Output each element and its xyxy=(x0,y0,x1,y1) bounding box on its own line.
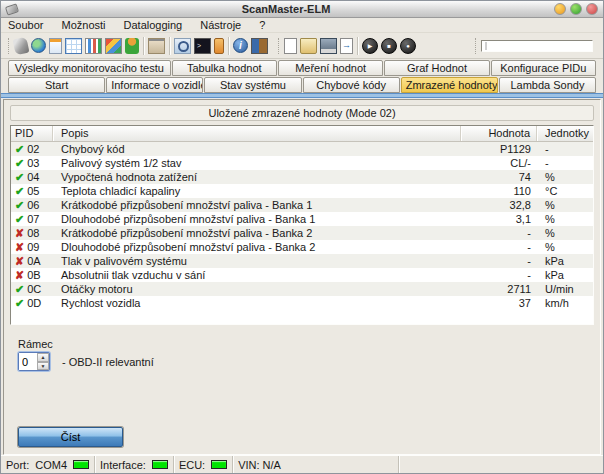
table-row[interactable]: ✔ 05 Teplota chladicí kapaliny 110 °C xyxy=(11,184,593,198)
status-icon: ✘ xyxy=(15,269,24,281)
table-row[interactable]: ✔ 07 Dlouhodobé přizpůsobení množství pa… xyxy=(11,212,593,226)
column-header-hodnota[interactable]: Hodnota xyxy=(461,126,537,141)
app-window: ScanMaster-ELM SouborMožnostiDatalogging… xyxy=(0,0,604,474)
search-icon[interactable] xyxy=(174,38,191,54)
globe-icon[interactable] xyxy=(31,38,46,53)
pid-id: 09 xyxy=(27,241,39,253)
battery-icon[interactable] xyxy=(214,38,224,54)
menu-item[interactable]: Soubor xyxy=(7,19,44,31)
frame-note: - OBD-II relevantní xyxy=(62,356,154,368)
gallery-icon[interactable] xyxy=(105,38,122,54)
tab[interactable]: Stav systému xyxy=(204,77,301,93)
menu-item[interactable]: Možnosti xyxy=(60,19,106,31)
table-row[interactable]: ✔ 03 Palivový systém 1/2 stav CL/- - xyxy=(11,156,593,170)
play-icon[interactable]: ▶ xyxy=(362,38,378,54)
pid-value: 74 xyxy=(461,171,537,183)
tab-row-primary: StartInformace o vozidleStav systémuChyb… xyxy=(1,76,603,93)
pid-id: 06 xyxy=(27,199,39,211)
pid-value: 2711 xyxy=(461,283,537,295)
status-icon: ✔ xyxy=(15,143,24,155)
tab[interactable]: Meření hodnot xyxy=(278,60,383,76)
menu-bar: SouborMožnostiDataloggingNástroje? xyxy=(1,18,603,33)
exit-icon[interactable] xyxy=(251,38,268,54)
status-icon: ✘ xyxy=(15,255,24,267)
table-row[interactable]: ✘ 09 Dlouhodobé přizpůsobení množství pa… xyxy=(11,240,593,254)
table-row[interactable]: ✔ 02 Chybový kód P1129 - xyxy=(11,142,593,156)
pid-description: Otáčky motoru xyxy=(53,283,461,295)
connector-icon[interactable] xyxy=(12,36,29,55)
table-row[interactable]: ✔ 0D Rychlost vozidla 37 km/h xyxy=(11,296,593,310)
save-icon[interactable] xyxy=(320,38,337,54)
tab[interactable]: Lambda Sondy xyxy=(499,77,596,93)
toolbar-grip xyxy=(475,38,478,54)
pid-description: Teplota chladicí kapaliny xyxy=(53,185,461,197)
title-bar: ScanMaster-ELM xyxy=(1,1,603,18)
table-icon[interactable] xyxy=(65,38,82,54)
table-row[interactable]: ✘ 0B Absolutnii tlak vzduchu v sání - kP… xyxy=(11,268,593,282)
ecu-label: ECU: xyxy=(179,459,205,471)
pid-id: 05 xyxy=(27,185,39,197)
menu-item[interactable]: Datalogging xyxy=(123,19,184,31)
pid-description: Dlouhodobé přizpůsobení množství paliva … xyxy=(53,241,461,253)
close-button[interactable] xyxy=(586,3,598,15)
stepper-up-icon[interactable]: ▲ xyxy=(37,353,49,362)
tab[interactable]: Chybové kódy xyxy=(303,77,400,93)
tab[interactable]: Informace o vozidle xyxy=(106,77,203,93)
info-icon[interactable]: i xyxy=(233,38,248,53)
pid-id: 04 xyxy=(27,171,39,183)
record-icon[interactable]: ● xyxy=(400,38,416,54)
tab[interactable]: Konfigurace PIDu xyxy=(491,60,596,76)
status-icon: ✘ xyxy=(15,227,24,239)
column-header-popis[interactable]: Popis xyxy=(53,126,461,141)
tab[interactable]: Graf Hodnot xyxy=(384,60,489,76)
tab[interactable]: Výsledky monitorovacího testu xyxy=(8,60,171,76)
app-icon xyxy=(5,3,19,15)
pid-id: 0B xyxy=(27,269,40,281)
main-panel: Uložené zmrazené hodnoty (Mode 02) PID P… xyxy=(3,99,601,455)
pid-description: Krátkodobé přizpůsobení množství paliva … xyxy=(53,227,461,239)
report-icon[interactable] xyxy=(49,38,62,54)
user-icon[interactable] xyxy=(125,38,139,54)
stepper-down-icon[interactable]: ▼ xyxy=(37,362,49,371)
table-header: PID Popis Hodnota Jednotky xyxy=(11,126,593,142)
interface-label: Interface: xyxy=(100,459,146,471)
pid-units: % xyxy=(537,241,593,253)
pid-description: Vypočtená hodnota zatížení xyxy=(53,171,461,183)
frame-number-stepper: ▲ ▼ xyxy=(18,352,50,371)
new-file-icon[interactable] xyxy=(284,38,297,54)
tab[interactable]: Zmrazené hodnoty xyxy=(401,77,498,93)
column-header-jednotky[interactable]: Jednotky xyxy=(537,126,593,141)
frame-label: Rámec xyxy=(18,338,595,350)
export-icon[interactable]: → xyxy=(340,38,353,54)
terminal-icon[interactable]: > xyxy=(194,38,211,54)
frame-number-input[interactable] xyxy=(19,353,37,370)
tab[interactable]: Tabulka hodnot xyxy=(172,60,277,76)
tab-row-secondary: Výsledky monitorovacího testuTabulka hod… xyxy=(1,59,603,76)
toolbar-separator xyxy=(357,37,358,55)
table-row[interactable]: ✔ 04 Vypočtená hodnota zatížení 74 % xyxy=(11,170,593,184)
minimize-button[interactable] xyxy=(554,3,566,15)
status-icon: ✔ xyxy=(15,297,24,309)
toolbar: > i → ▶■● xyxy=(1,33,603,59)
pid-units: kPa xyxy=(537,269,593,281)
menu-item[interactable]: ? xyxy=(258,19,266,31)
table-row[interactable]: ✘ 08 Krátkodobé přizpůsobení množství pa… xyxy=(11,226,593,240)
pid-value: - xyxy=(461,269,537,281)
progress-bar xyxy=(481,40,593,52)
paste-icon[interactable] xyxy=(148,38,165,54)
table-row[interactable]: ✘ 0A Tlak v palivovém systému - kPa xyxy=(11,254,593,268)
menu-item[interactable]: Nástroje xyxy=(199,19,242,31)
maximize-button[interactable] xyxy=(570,3,582,15)
vin-value: VIN: N/A xyxy=(238,459,281,471)
status-icon: ✔ xyxy=(15,199,24,211)
read-button[interactable]: Číst xyxy=(18,427,123,447)
table-row[interactable]: ✔ 06 Krátkodobé přizpůsobení množství pa… xyxy=(11,198,593,212)
open-file-icon[interactable] xyxy=(300,38,317,54)
frame-group: Rámec ▲ ▼ - OBD-II relevantní xyxy=(18,338,595,371)
column-header-pid[interactable]: PID xyxy=(11,126,53,141)
table-row[interactable]: ✔ 0C Otáčky motoru 2711 U/min xyxy=(11,282,593,296)
tab[interactable]: Start xyxy=(8,77,105,93)
chart-icon[interactable] xyxy=(85,38,102,54)
pid-units: °C xyxy=(537,185,593,197)
stop-icon[interactable]: ■ xyxy=(381,38,397,54)
